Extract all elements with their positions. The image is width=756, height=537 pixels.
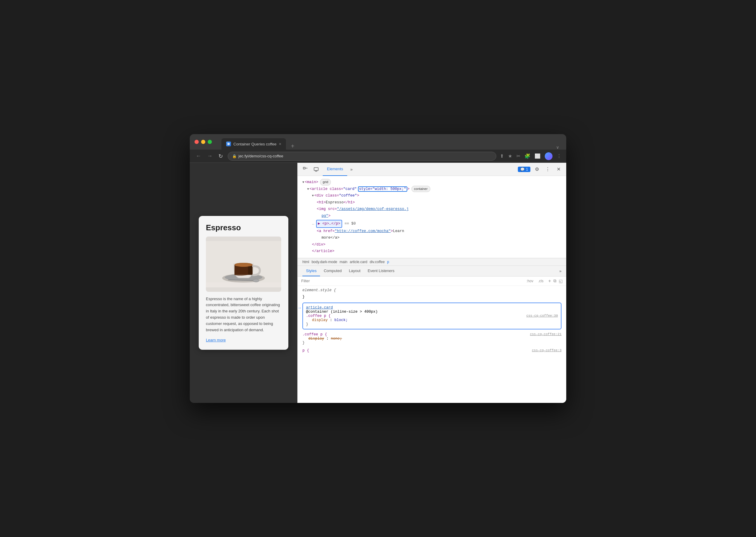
chat-count: 1 bbox=[526, 167, 528, 171]
computed-tab[interactable]: Computed bbox=[320, 266, 345, 276]
svg-point-6 bbox=[235, 263, 252, 267]
forward-button[interactable]: → bbox=[206, 152, 214, 160]
breadcrumb-html[interactable]: html bbox=[302, 260, 309, 264]
extensions-icon[interactable]: 🧩 bbox=[524, 153, 530, 159]
dom-line-div-coffee[interactable]: ▼ <div class= "coffee" > bbox=[302, 192, 561, 199]
rule-source-1[interactable]: css-cq-coffee:30 bbox=[526, 314, 558, 317]
style-tabs-more[interactable]: » bbox=[559, 269, 561, 273]
more-options-button[interactable]: ⋮ bbox=[544, 165, 552, 174]
close-icon: ✕ bbox=[557, 166, 560, 172]
filter-bar: :hov .cls + ⧉ ◱ bbox=[298, 276, 566, 286]
title-bar: Container Queries coffee × + ∨ bbox=[190, 134, 566, 150]
avatar[interactable] bbox=[545, 152, 553, 160]
svg-point-8 bbox=[253, 279, 259, 282]
crossed-property: display bbox=[308, 337, 324, 341]
dom-line-anchor[interactable]: <a href= "http://coffee.com/mocha" > Lea… bbox=[302, 228, 561, 235]
more-menu-icon[interactable]: ⋮ bbox=[557, 153, 561, 159]
anchor-href-link[interactable]: "http://coffee.com/mocha" bbox=[335, 228, 391, 235]
dom-line-article[interactable]: ▼ <article class= "card" style="width: 5… bbox=[302, 186, 561, 193]
dom-breadcrumb: html body.dark-mode main article.card di… bbox=[298, 258, 566, 266]
share-icon[interactable]: ⬆ bbox=[500, 153, 504, 159]
tab-close-button[interactable]: × bbox=[279, 142, 281, 146]
tab-expand-button[interactable]: ∨ bbox=[554, 145, 561, 150]
element-style-rule: element.style { } bbox=[302, 288, 561, 299]
dom-line-anchor-cont: more</a> bbox=[302, 234, 561, 241]
reload-button[interactable]: ↻ bbox=[217, 152, 224, 161]
maximize-traffic-light[interactable] bbox=[208, 140, 212, 144]
coffee-card: Espresso bbox=[199, 216, 289, 350]
close-traffic-light[interactable] bbox=[195, 140, 199, 144]
browser-window: Container Queries coffee × + ∨ ← → ↻ 🔒 j… bbox=[190, 134, 566, 403]
rule-source-3[interactable]: css-cq-coffee:3 bbox=[532, 349, 561, 352]
dom-line-img-cont: pg" > bbox=[302, 213, 561, 220]
breadcrumb-p[interactable]: p bbox=[387, 260, 389, 264]
dom-line-img[interactable]: <img src= "/assets/img/demo/cof-espresso… bbox=[302, 206, 561, 213]
svg-rect-13 bbox=[315, 171, 317, 171]
img-src-link[interactable]: "/assets/img/demo/cof-espresso.j bbox=[337, 206, 409, 213]
selected-p-element[interactable]: ▶ <p>…</p> bbox=[316, 220, 342, 228]
svg-rect-12 bbox=[314, 168, 318, 171]
coffee-p-rule: .coffee p { css-cq-coffee:21 display : n… bbox=[302, 332, 561, 345]
filter-input[interactable] bbox=[301, 279, 524, 283]
coffee-image bbox=[206, 236, 281, 292]
inspect-element-button[interactable] bbox=[301, 165, 310, 174]
address-input[interactable]: 🔒 jec.fyi/demo/css-cq-coffee bbox=[228, 152, 496, 161]
svg-point-0 bbox=[227, 143, 230, 145]
extension-icon[interactable]: ✂ bbox=[516, 153, 520, 159]
back-button[interactable]: ← bbox=[195, 152, 202, 160]
breadcrumb-body[interactable]: body.dark-mode bbox=[312, 260, 337, 264]
breadcrumb-main[interactable]: main bbox=[340, 260, 347, 264]
layout-tab[interactable]: Layout bbox=[345, 266, 364, 276]
container-selector-line: .coffee p { css-cq-coffee:30 bbox=[306, 314, 558, 318]
espresso-cup-image bbox=[206, 236, 281, 292]
current-element-marker: == $0 bbox=[344, 221, 356, 227]
container-link-line: article.card bbox=[306, 306, 558, 310]
coffee-p-property-line: display : none; bbox=[302, 337, 561, 341]
triangle-icon: ▼ bbox=[312, 193, 314, 199]
more-icon: ⋮ bbox=[545, 166, 550, 172]
coffee-description: Espresso is the name of a highly concent… bbox=[206, 296, 281, 333]
tab-title: Container Queries coffee bbox=[233, 142, 276, 146]
dom-line-main[interactable]: ▼ <main> grid bbox=[302, 179, 561, 186]
coffee-p-selector-line: .coffee p { css-cq-coffee:21 bbox=[302, 332, 561, 337]
breadcrumb-div[interactable]: div.coffee bbox=[370, 260, 384, 264]
learn-more-link[interactable]: Learn more bbox=[206, 338, 226, 342]
event-listeners-tab[interactable]: Event Listeners bbox=[364, 266, 398, 276]
styles-tab[interactable]: Styles bbox=[302, 266, 320, 276]
grid-badge: grid bbox=[320, 179, 331, 186]
element-state-icon[interactable]: ◱ bbox=[559, 279, 563, 283]
devtools-tab-more[interactable]: » bbox=[348, 167, 355, 172]
style-tabs: Styles Computed Layout Event Listeners » bbox=[298, 266, 566, 276]
active-tab[interactable]: Container Queries coffee × bbox=[221, 138, 286, 150]
security-lock-icon: 🔒 bbox=[232, 154, 237, 158]
rule-source-2[interactable]: css-cq-coffee:21 bbox=[530, 332, 561, 336]
container-property-line: display : block; bbox=[306, 318, 558, 322]
settings-button[interactable]: ⚙ bbox=[533, 165, 541, 174]
devtools-right-icons: 💬 1 ⚙ ⋮ ✕ bbox=[518, 165, 563, 174]
container-rule-close: } bbox=[306, 322, 558, 326]
tab-elements[interactable]: Elements bbox=[323, 163, 347, 176]
breadcrumb-article[interactable]: article.card bbox=[350, 260, 368, 264]
add-style-button[interactable]: + bbox=[548, 278, 551, 284]
svg-rect-9 bbox=[206, 282, 281, 287]
traffic-lights bbox=[195, 140, 212, 144]
new-tab-button[interactable]: + bbox=[289, 143, 297, 150]
dom-line-h1[interactable]: <h1> Espresso </h1> bbox=[302, 199, 561, 206]
tab-favicon bbox=[226, 142, 231, 146]
article-card-link[interactable]: article.card bbox=[306, 306, 333, 310]
dom-line-close-div: </div> bbox=[302, 241, 561, 248]
close-devtools-button[interactable]: ✕ bbox=[554, 165, 563, 174]
filter-cls[interactable]: .cls bbox=[538, 279, 544, 283]
tabs-bar: Container Queries coffee × + ∨ bbox=[221, 134, 561, 150]
copy-style-icon[interactable]: ⧉ bbox=[554, 278, 556, 283]
device-toolbar-button[interactable] bbox=[312, 165, 320, 174]
bookmark-icon[interactable]: ★ bbox=[508, 153, 512, 159]
minimize-traffic-light[interactable] bbox=[201, 140, 205, 144]
dom-line-p[interactable]: … ▶ <p>…</p> == $0 bbox=[302, 220, 561, 228]
profile-icon[interactable]: ⬜ bbox=[535, 153, 541, 159]
filter-hov[interactable]: :hov bbox=[526, 279, 533, 283]
svg-rect-10 bbox=[303, 167, 305, 169]
page-content: Espresso bbox=[190, 163, 297, 403]
style-attribute-highlight: style="width: 500px;" bbox=[358, 186, 408, 192]
chat-badge[interactable]: 💬 1 bbox=[518, 167, 530, 172]
